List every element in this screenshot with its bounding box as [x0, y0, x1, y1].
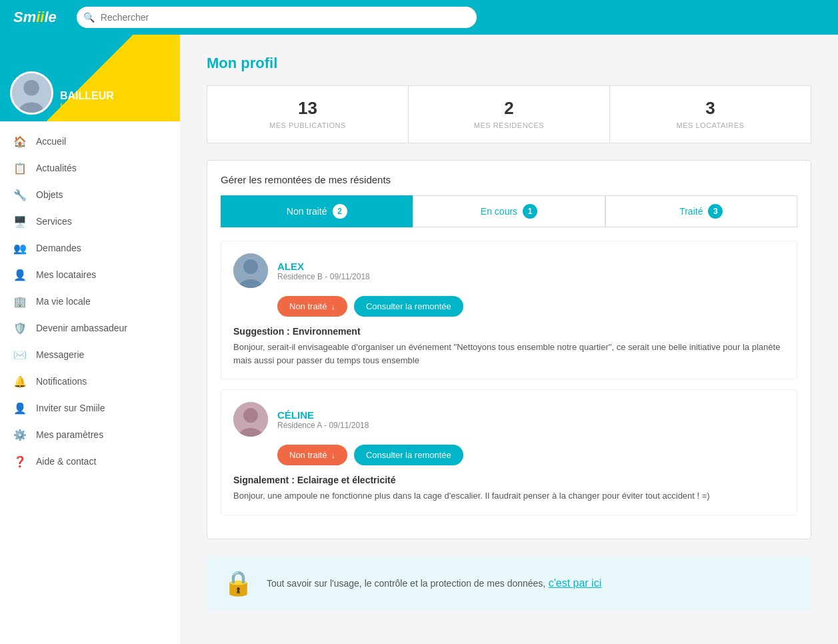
sidebar-item-label: Notifications — [36, 376, 87, 387]
tab-en-cours[interactable]: En cours 1 — [413, 195, 605, 227]
sidebar-item-label: Ma vie locale — [36, 296, 91, 307]
sidebar-item-demandes[interactable]: 👥 Demandes — [0, 235, 180, 261]
sidebar-item-label: Inviter sur Smiile — [36, 403, 105, 413]
gear-icon: ⚙️ — [13, 428, 27, 441]
btn-non-traite-alex[interactable]: Non traité ↓ — [277, 296, 347, 317]
btn-non-traite-alex-label: Non traité — [289, 301, 327, 311]
svg-point-7 — [243, 408, 258, 423]
arrow-down-icon: ↓ — [331, 450, 335, 460]
stat-residences[interactable]: 2 MES RÉSIDENCES — [409, 86, 610, 143]
resident-card-alex: ALEX Résidence B - 09/11/2018 Non traité… — [221, 241, 797, 379]
resident-actions-celine: Non traité ↓ Consulter la remontée — [277, 445, 785, 465]
people-group-icon: 👥 — [13, 241, 27, 255]
resident-info-celine: CÉLINE Résidence A - 09/11/2018 — [277, 409, 369, 430]
info-banner-link[interactable]: c'est par ici — [549, 577, 602, 589]
sidebar-item-inviter[interactable]: 👤 Inviter sur Smiile — [0, 395, 180, 421]
tab-non-traite-label: Non traité — [287, 206, 327, 217]
resident-header-alex: ALEX Résidence B - 09/11/2018 — [233, 253, 785, 288]
tabs: Non traité 2 En cours 1 Traité 3 — [221, 195, 797, 227]
person-add-icon: 👤 — [13, 401, 27, 415]
tab-traite-badge: 3 — [708, 204, 723, 219]
sidebar-item-label: Aide & contact — [36, 456, 96, 467]
main-layout: BAILLEUR Mon profil 🏠 Accueil 📋 Actualit… — [0, 35, 838, 644]
sidebar-item-mes-locataires[interactable]: 👤 Mes locataires — [0, 261, 180, 288]
sidebar-item-notifications[interactable]: 🔔 Notifications — [0, 368, 180, 395]
resident-name-alex: ALEX — [277, 261, 370, 272]
page-title: Mon profil — [207, 55, 811, 72]
home-icon: 🏠 — [13, 135, 27, 148]
sidebar-item-accueil[interactable]: 🏠 Accueil — [0, 128, 180, 155]
sidebar-item-actualites[interactable]: 📋 Actualités — [0, 155, 180, 181]
svg-point-4 — [243, 259, 258, 274]
people-icon: 👤 — [13, 268, 27, 281]
info-banner-content: Tout savoir sur l'usage, le contrôle et … — [267, 577, 601, 589]
info-banner: 🔒 Tout savoir sur l'usage, le contrôle e… — [207, 556, 811, 611]
stat-publications-label: MES PUBLICATIONS — [269, 121, 346, 129]
residents-panel: Gérer les remontées de mes résidents Non… — [207, 160, 811, 539]
resident-meta-celine: Résidence A - 09/11/2018 — [277, 421, 369, 430]
btn-consulter-celine-label: Consulter la remontée — [366, 450, 451, 460]
stat-residences-number: 2 — [415, 98, 603, 119]
btn-non-traite-celine[interactable]: Non traité ↓ — [277, 445, 347, 465]
sidebar-item-label: Objets — [36, 189, 63, 200]
stat-locataires-number: 3 — [617, 98, 804, 119]
svg-point-1 — [23, 80, 39, 96]
stat-residences-label: MES RÉSIDENCES — [474, 121, 544, 129]
avatar — [10, 71, 53, 115]
btn-non-traite-celine-label: Non traité — [289, 450, 327, 460]
main-content: Mon profil 13 MES PUBLICATIONS 2 MES RÉS… — [180, 35, 838, 644]
header: Smiile 🔍 — [0, 0, 838, 35]
sidebar-item-label: Actualités — [36, 163, 77, 173]
search-icon: 🔍 — [83, 12, 95, 23]
tab-traite[interactable]: Traité 3 — [605, 195, 797, 227]
sidebar-item-ma-vie-locale[interactable]: 🏢 Ma vie locale — [0, 288, 180, 315]
sidebar-user-role: BAILLEUR — [60, 90, 114, 102]
sidebar-item-objets[interactable]: 🔧 Objets — [0, 181, 180, 208]
question-icon: ❓ — [13, 455, 27, 468]
tab-non-traite[interactable]: Non traité 2 — [221, 195, 413, 227]
building-icon: 🏢 — [13, 295, 27, 308]
mail-icon: ✉️ — [13, 348, 27, 361]
news-icon: 📋 — [13, 161, 27, 175]
sidebar-item-label: Messagerie — [36, 349, 84, 360]
stat-publications[interactable]: 13 MES PUBLICATIONS — [207, 86, 409, 143]
search-input[interactable] — [77, 7, 477, 28]
sidebar-nav: 🏠 Accueil 📋 Actualités 🔧 Objets 🖥️ Servi… — [0, 121, 180, 481]
stat-locataires-label: MES LOCATAIRES — [677, 121, 745, 129]
tab-traite-label: Traité — [679, 206, 703, 217]
stats-bar: 13 MES PUBLICATIONS 2 MES RÉSIDENCES 3 M… — [207, 85, 811, 143]
sidebar-item-label: Mes locataires — [36, 269, 96, 280]
sidebar-item-devenir-ambassadeur[interactable]: 🛡️ Devenir ambassadeur — [0, 315, 180, 341]
lock-icon: 🔒 — [223, 569, 253, 597]
avatar-alex — [233, 253, 268, 288]
sidebar: BAILLEUR Mon profil 🏠 Accueil 📋 Actualit… — [0, 35, 180, 644]
sidebar-item-label: Accueil — [36, 136, 66, 147]
bell-icon: 🔔 — [13, 375, 27, 388]
services-icon: 🖥️ — [13, 215, 27, 228]
card-celine-text: Bonjour, une ampoule ne fonctionne plus … — [233, 489, 785, 503]
wrench-icon: 🔧 — [13, 188, 27, 201]
arrow-down-icon: ↓ — [331, 301, 335, 311]
tab-en-cours-label: En cours — [481, 206, 517, 217]
resident-header-celine: CÉLINE Résidence A - 09/11/2018 — [233, 402, 785, 437]
btn-consulter-alex[interactable]: Consulter la remontée — [354, 296, 463, 317]
sidebar-item-parametres[interactable]: ⚙️ Mes paramètres — [0, 421, 180, 448]
sidebar-item-messagerie[interactable]: ✉️ Messagerie — [0, 341, 180, 368]
logo: Smiile — [13, 9, 57, 26]
card-alex-text: Bonjour, serait-il envisageable d'organi… — [233, 341, 785, 367]
stat-publications-number: 13 — [214, 98, 401, 119]
tab-non-traite-badge: 2 — [333, 204, 347, 219]
sidebar-profile-link[interactable]: Mon profil — [60, 102, 114, 111]
info-banner-text: Tout savoir sur l'usage, le contrôle et … — [267, 578, 545, 589]
stat-locataires[interactable]: 3 MES LOCATAIRES — [610, 86, 811, 143]
sidebar-item-aide[interactable]: ❓ Aide & contact — [0, 448, 180, 475]
sidebar-item-label: Services — [36, 216, 72, 227]
card-alex-title: Suggestion : Environnement — [233, 326, 785, 337]
resident-actions-alex: Non traité ↓ Consulter la remontée — [277, 296, 785, 317]
sidebar-user-info: BAILLEUR Mon profil — [60, 90, 114, 115]
search-bar: 🔍 — [77, 7, 477, 28]
sidebar-item-services[interactable]: 🖥️ Services — [0, 208, 180, 235]
btn-consulter-celine[interactable]: Consulter la remontée — [354, 445, 463, 465]
sidebar-item-label: Demandes — [36, 243, 81, 253]
card-celine-title: Signalement : Eclairage et électricité — [233, 475, 785, 485]
